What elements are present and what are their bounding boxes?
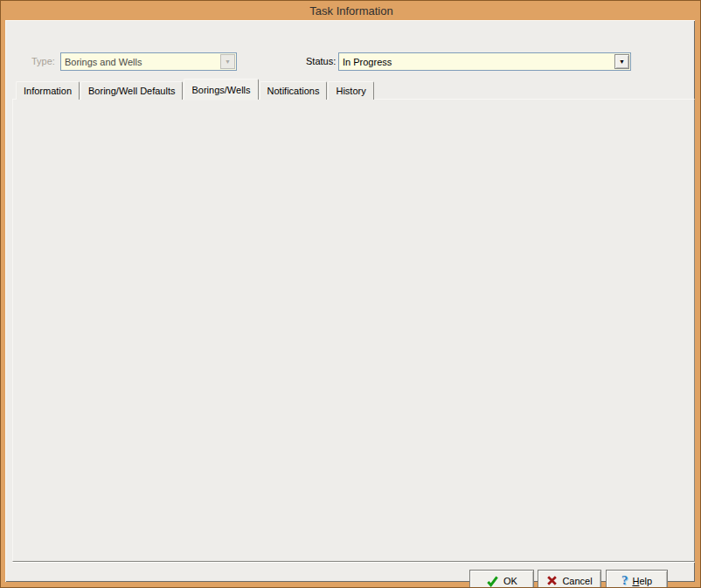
x-icon	[546, 575, 558, 586]
status-label: Status:	[306, 56, 336, 66]
tab-boring-well-defaults[interactable]: Boring/Well Defaults	[80, 81, 183, 100]
tab-label: History	[336, 86, 365, 96]
help-button[interactable]: ? Help	[606, 570, 668, 588]
tab-label: Notifications	[267, 86, 320, 96]
status-value: In Progress	[339, 57, 614, 67]
window-title: Task Information	[309, 4, 392, 17]
type-dropdown-arrow: ▼	[220, 54, 235, 69]
tab-label: Boring/Well Defaults	[88, 86, 175, 96]
tab-borings-wells[interactable]: Borings/Wells	[184, 79, 258, 100]
check-icon	[486, 575, 499, 587]
label-rest: elp	[639, 576, 652, 586]
tab-label: Information	[24, 86, 72, 96]
type-value: Borings and Wells	[61, 57, 219, 67]
button-label: Help	[632, 576, 652, 586]
tab-history[interactable]: History	[328, 81, 373, 100]
chevron-down-icon: ▼	[225, 59, 231, 65]
status-dropdown[interactable]: In Progress ▼	[338, 52, 631, 71]
question-mark-icon: ?	[621, 573, 628, 588]
cancel-button[interactable]: Cancel	[538, 570, 601, 588]
button-label: OK	[503, 576, 517, 586]
status-dropdown-arrow[interactable]: ▼	[614, 54, 629, 69]
task-information-window: Task Information Type: Borings and Wells…	[0, 0, 701, 588]
tab-strip: Information Boring/Well Defaults Borings…	[16, 80, 375, 100]
tab-label: Borings/Wells	[191, 85, 250, 95]
borings-wells-tab-page	[12, 99, 695, 562]
tab-information[interactable]: Information	[16, 81, 80, 100]
dialog-body: Type: Borings and Wells ▼ Status: In Pro…	[5, 20, 695, 582]
button-label: Cancel	[562, 576, 592, 586]
ok-button[interactable]: OK	[469, 570, 534, 588]
tab-notifications[interactable]: Notifications	[260, 81, 328, 100]
type-dropdown: Borings and Wells ▼	[60, 52, 237, 71]
chevron-down-icon: ▼	[619, 59, 625, 65]
type-label: Type:	[31, 56, 55, 66]
title-bar: Task Information	[1, 1, 701, 20]
